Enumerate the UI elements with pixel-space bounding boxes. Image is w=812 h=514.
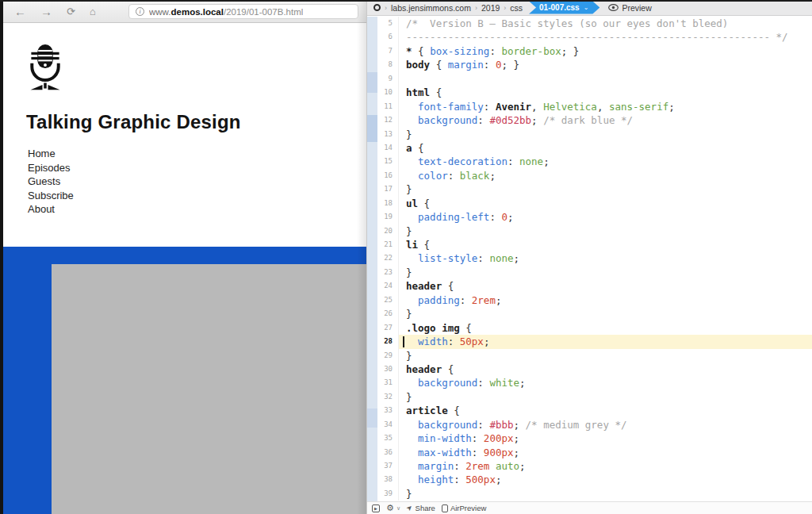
line-number: 25 xyxy=(377,293,399,307)
line-number: 14 xyxy=(377,141,399,155)
line-number: 28 xyxy=(377,335,399,348)
code-line[interactable]: 20} xyxy=(377,224,812,238)
code-text: a { xyxy=(399,141,812,155)
gear-icon: ⚙ xyxy=(386,504,394,512)
url-text: www.demos.local/2019/01-007B.html xyxy=(149,7,303,17)
project-icon[interactable] xyxy=(373,4,381,11)
line-number: 20 xyxy=(377,224,399,238)
code-line[interactable]: 27.logo img { xyxy=(377,321,812,335)
microphone-icon xyxy=(28,44,63,96)
code-line[interactable]: 13} xyxy=(377,128,812,141)
line-number: 22 xyxy=(377,251,399,265)
line-number: 15 xyxy=(377,155,399,168)
code-text: } xyxy=(399,390,812,404)
code-text: padding: 2rem; xyxy=(399,293,812,307)
browser-viewport: Talking Graphic Design HomeEpisodesGuest… xyxy=(3,24,366,514)
code-text: } xyxy=(399,224,812,238)
code-text: li { xyxy=(399,238,812,251)
code-line[interactable]: 33article { xyxy=(377,404,812,417)
code-line[interactable]: 18ul { xyxy=(377,197,812,210)
code-text: header { xyxy=(399,362,812,376)
code-line[interactable]: 23} xyxy=(377,266,812,279)
nav-link-about[interactable]: About xyxy=(28,202,74,217)
code-text: min-width: 200px; xyxy=(399,432,812,445)
code-line[interactable]: 26} xyxy=(377,307,812,320)
code-line[interactable]: 30header { xyxy=(377,362,812,376)
file-dropdown-chevron-icon[interactable]: ⌄ xyxy=(584,4,589,11)
line-number: 29 xyxy=(377,349,399,362)
code-line[interactable]: 35 min-width: 200px; xyxy=(377,432,812,445)
active-file-name: 01-007.css xyxy=(539,3,580,12)
reload-icon[interactable]: ⟳ xyxy=(67,6,75,17)
editor-breadcrumb-bar: ›labs.jensimmons.com›2019›css 01-007.css… xyxy=(367,0,812,16)
nav-link-guests[interactable]: Guests xyxy=(28,175,74,189)
code-line[interactable]: 5/* Version B — Basic styles (so our eye… xyxy=(377,17,812,30)
code-text: } xyxy=(399,266,812,279)
airpreview-label: AirPreview xyxy=(450,504,486,512)
code-line[interactable]: 8body { margin: 0; } xyxy=(377,58,812,71)
code-line[interactable]: 19 padding-left: 0; xyxy=(377,210,812,224)
share-button[interactable]: ➤ Share xyxy=(407,504,435,512)
paper-plane-icon: ➤ xyxy=(405,504,415,513)
breadcrumb-item[interactable]: 2019 xyxy=(481,3,500,13)
code-line[interactable]: 21li { xyxy=(377,238,812,251)
code-line[interactable]: 10html { xyxy=(377,86,812,99)
text-cursor xyxy=(403,336,404,347)
line-number: 19 xyxy=(377,210,399,224)
back-icon[interactable]: ← xyxy=(14,6,26,17)
code-text: list-style: none; xyxy=(399,251,812,265)
code-text: } xyxy=(399,307,812,320)
code-line[interactable]: 38 height: 500px; xyxy=(377,473,812,486)
code-area[interactable]: 5/* Version B — Basic styles (so our eye… xyxy=(377,17,812,501)
address-bar[interactable]: i www.demos.local/2019/01-007B.html xyxy=(128,4,358,19)
code-line[interactable]: 36 max-width: 900px; xyxy=(377,446,812,459)
editor-annotation-strip[interactable] xyxy=(367,17,377,501)
code-line[interactable]: 22 list-style: none; xyxy=(377,251,812,265)
line-number: 7 xyxy=(377,44,399,58)
line-number: 23 xyxy=(377,266,399,279)
code-line[interactable]: 17} xyxy=(377,182,812,196)
code-line[interactable]: 25 padding: 2rem; xyxy=(377,293,812,307)
line-number: 9 xyxy=(377,72,399,86)
screenshot-left-edge xyxy=(0,0,3,514)
code-text: } xyxy=(399,128,812,141)
forward-icon[interactable]: → xyxy=(40,6,52,17)
code-line[interactable]: 24header { xyxy=(377,279,812,293)
code-line[interactable]: 32} xyxy=(377,390,812,404)
screenshot-top-edge xyxy=(0,0,812,2)
code-line[interactable]: 9 xyxy=(377,72,812,86)
code-line[interactable]: 31 background: white; xyxy=(377,376,812,389)
breadcrumb-item[interactable]: labs.jensimmons.com xyxy=(391,3,471,13)
code-line[interactable]: 16 color: black; xyxy=(377,169,812,182)
code-line[interactable]: 37 margin: 2rem auto; xyxy=(377,459,812,473)
share-label: Share xyxy=(416,504,435,512)
code-line[interactable]: 6---------------------------------------… xyxy=(377,30,812,44)
code-line[interactable]: 29} xyxy=(377,349,812,362)
code-line[interactable]: 14a { xyxy=(377,141,812,155)
home-icon[interactable]: ⌂ xyxy=(90,6,96,17)
run-button[interactable]: ▶ xyxy=(372,504,380,512)
settings-button[interactable]: ⚙ ∨ xyxy=(386,504,400,512)
code-text: .logo img { xyxy=(399,321,812,335)
breadcrumb-item[interactable]: css xyxy=(510,3,523,13)
line-number: 24 xyxy=(377,279,399,293)
editor-statusbar: ▶ ⚙ ∨ ➤ Share AirPreview xyxy=(367,501,812,514)
code-line[interactable]: 12 background: #0d52bb; /* dark blue */ xyxy=(377,113,812,127)
code-line[interactable]: 28 width: 50px; xyxy=(377,335,812,348)
code-line[interactable]: 34 background: #bbb; /* medium grey */ xyxy=(377,418,812,432)
code-line[interactable]: 39} xyxy=(377,487,812,501)
code-text: text-decoration: none; xyxy=(399,155,812,168)
nav-link-home[interactable]: Home xyxy=(28,147,74,161)
preview-toggle[interactable]: Preview xyxy=(608,3,651,13)
site-info-icon[interactable]: i xyxy=(136,7,144,16)
code-text: ----------------------------------------… xyxy=(399,30,812,44)
code-text xyxy=(399,72,812,86)
code-line[interactable]: 11 font-family: Avenir, Helvetica, sans-… xyxy=(377,100,812,113)
active-file-tab[interactable]: 01-007.css ⌄ xyxy=(529,2,599,14)
code-text: } xyxy=(399,182,812,196)
nav-link-episodes[interactable]: Episodes xyxy=(28,161,74,175)
nav-link-subscribe[interactable]: Subscribe xyxy=(28,189,74,203)
code-line[interactable]: 15 text-decoration: none; xyxy=(377,155,812,168)
code-line[interactable]: 7* { box-sizing: border-box; } xyxy=(377,44,812,58)
airpreview-button[interactable]: AirPreview xyxy=(442,504,486,512)
